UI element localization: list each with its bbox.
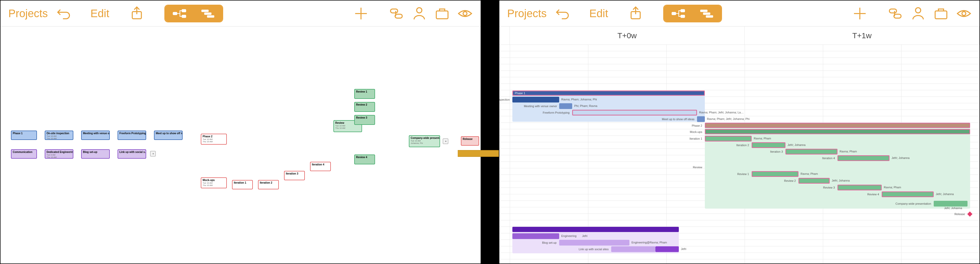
flow-node[interactable]: Review 3: [354, 115, 375, 125]
svg-rect-7: [391, 9, 398, 13]
gantt-body[interactable]: Phase 1 Ravna; Pham; Johanna; Phi On-sit…: [500, 45, 980, 264]
gantt-bar[interactable]: [837, 155, 889, 161]
gantt-bar[interactable]: [752, 142, 786, 148]
flow-node[interactable]: Iteration 3: [284, 171, 305, 180]
briefcase-icon[interactable]: [933, 6, 949, 21]
toolbar: Projects Edit: [500, 0, 980, 27]
gantt-row-label: Link up with social sites: [559, 247, 610, 252]
gantt-bar[interactable]: [705, 136, 752, 142]
gantt-assignees: Jefri; Johanna: [936, 192, 954, 196]
gantt-group-header[interactable]: [705, 129, 970, 134]
eye-icon[interactable]: [457, 6, 473, 21]
view-mode-gantt-button[interactable]: [194, 5, 223, 22]
eye-icon[interactable]: [956, 6, 972, 21]
flow-node[interactable]: Phase 1: [11, 130, 37, 140]
flow-plus-node[interactable]: ＋: [150, 151, 156, 157]
toolbar: Projects Edit: [0, 0, 480, 27]
gantt-bar[interactable]: [799, 178, 830, 184]
edit-button[interactable]: Edit: [589, 7, 608, 20]
svg-rect-29: [935, 11, 947, 19]
gantt-bar[interactable]: [611, 247, 655, 252]
flow-node[interactable]: Phase 2Tue 10 AMThu 10 AM: [201, 134, 227, 145]
svg-rect-10: [436, 11, 448, 19]
svg-point-9: [417, 8, 422, 13]
flow-node[interactable]: Iteration 1: [232, 180, 253, 189]
gantt-canvas[interactable]: T+0w T+1w Phase 1 Ravna; Pham; Johanna; …: [500, 27, 980, 264]
link-icon[interactable]: [388, 6, 404, 21]
gantt-bar[interactable]: [572, 110, 697, 116]
add-icon[interactable]: [353, 6, 369, 21]
gantt-assignees: Jefri; Johanna: [892, 156, 910, 159]
gantt-bar[interactable]: [837, 184, 882, 191]
view-mode-gantt-button[interactable]: [693, 5, 721, 22]
gantt-bar[interactable]: [882, 191, 934, 197]
view-mode-flow-button[interactable]: [664, 5, 693, 22]
flow-plus-node[interactable]: ＋: [443, 138, 449, 144]
svg-point-28: [915, 8, 921, 13]
flow-node[interactable]: Dedicated Engineering D…Tue 8 AMThu 10 A…: [45, 149, 73, 159]
gantt-group-header[interactable]: [512, 227, 679, 232]
flow-node[interactable]: On-site inspectionTue 10 AMThu 10 AM: [45, 130, 73, 140]
share-icon[interactable]: [628, 6, 643, 21]
gantt-group-header[interactable]: Phase 1: [512, 91, 705, 96]
gantt-row-label: Blog set-up: [510, 240, 558, 245]
flow-node[interactable]: Blog set-up: [81, 149, 110, 159]
svg-rect-21: [681, 9, 685, 12]
flow-node[interactable]: Link up with social s…: [118, 149, 146, 159]
edit-button[interactable]: Edit: [91, 7, 109, 20]
gantt-assignees: Ravna; Pham: [884, 186, 901, 189]
gantt-bar[interactable]: [512, 97, 559, 102]
gantt-row-label: Review: [655, 164, 704, 170]
svg-rect-26: [889, 9, 897, 13]
view-mode-flow-button[interactable]: [165, 5, 194, 22]
gantt-assignees: Jefri; Johanna: [944, 207, 962, 210]
gantt-bar[interactable]: [752, 171, 799, 177]
flow-node[interactable]: Release: [461, 136, 479, 146]
flow-node[interactable]: Iteration 4: [310, 162, 331, 171]
add-icon[interactable]: [852, 6, 868, 21]
svg-point-30: [962, 11, 966, 15]
gantt-bar[interactable]: [559, 240, 629, 245]
share-icon[interactable]: [129, 6, 145, 21]
flowchart-canvas[interactable]: Phase 1 On-site inspectionTue 10 AMThu 1…: [0, 27, 480, 264]
flow-node[interactable]: Communication: [11, 149, 37, 159]
link-icon[interactable]: [888, 6, 903, 21]
gantt-row-label: Freeform Prototyping: [523, 110, 571, 116]
gantt-group-header[interactable]: [705, 123, 970, 128]
flow-node[interactable]: Review 2: [354, 102, 375, 112]
briefcase-icon[interactable]: [434, 6, 450, 21]
view-mode-segmented: [164, 5, 223, 22]
gantt-bar[interactable]: [786, 149, 837, 154]
person-icon[interactable]: [412, 6, 427, 21]
gantt-row-label: Meet up to show off ideas: [645, 116, 696, 122]
gantt-assignees: Jefri; Johanna: [832, 179, 850, 182]
gantt-bar[interactable]: [655, 247, 679, 252]
svg-rect-1: [173, 12, 177, 15]
person-icon[interactable]: [910, 6, 926, 21]
flow-node[interactable]: Freeform Prototyping: [118, 130, 146, 140]
gantt-bar[interactable]: [697, 116, 705, 122]
flow-node[interactable]: Company-wide presentationTue 10 AMJohann…: [409, 135, 440, 147]
gantt-row-label: Meeting with venue owner: [515, 103, 558, 109]
gantt-assignees: Ravna; Pham: [800, 172, 818, 175]
gantt-row-label: Release: [915, 211, 966, 217]
undo-icon[interactable]: [554, 6, 570, 21]
back-projects-button[interactable]: Projects: [8, 7, 48, 20]
undo-icon[interactable]: [55, 6, 71, 21]
flow-node[interactable]: Meet up to show off ideas: [154, 130, 183, 140]
flow-node[interactable]: Meeting with venue o…: [81, 130, 110, 140]
flow-node[interactable]: Iteration 2: [258, 180, 279, 189]
svg-rect-6: [207, 15, 214, 17]
transition-arrow-icon: [481, 0, 499, 264]
flow-node[interactable]: Review 4: [354, 154, 375, 164]
flow-node[interactable]: Review 1: [354, 89, 375, 99]
gantt-row-label: Review 4: [832, 191, 881, 197]
flow-node[interactable]: Mock-upsTue 10 AMThu 10 AM: [201, 177, 227, 188]
svg-rect-22: [681, 15, 685, 17]
gantt-row-label: Review 3: [788, 184, 837, 191]
gantt-bar[interactable]: [559, 103, 572, 109]
back-projects-button[interactable]: Projects: [507, 7, 547, 20]
gantt-bar[interactable]: [512, 233, 559, 239]
gantt-row-label: On-site inspection: [500, 97, 511, 102]
gantt-bar[interactable]: [934, 201, 967, 207]
